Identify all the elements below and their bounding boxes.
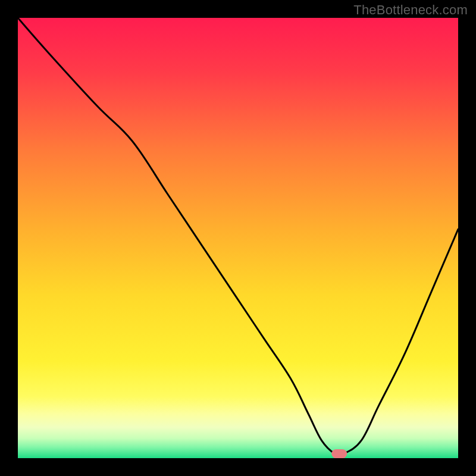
chart-frame: TheBottleneck.com	[0, 0, 476, 476]
watermark-text: TheBottleneck.com	[353, 2, 468, 18]
gradient-background	[18, 18, 458, 458]
bottleneck-curve-plot	[18, 18, 458, 458]
optimal-point-marker	[331, 449, 347, 458]
plot-svg	[18, 18, 458, 458]
